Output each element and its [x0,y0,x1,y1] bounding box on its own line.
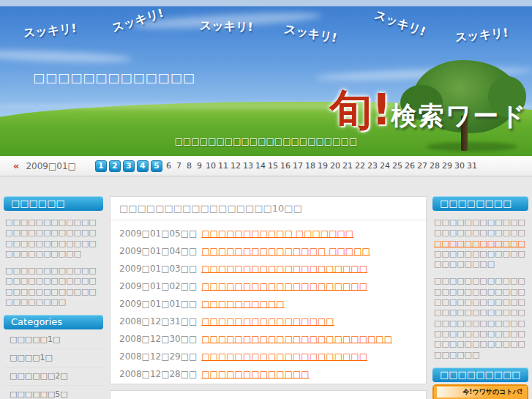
day-link[interactable]: 11 [218,161,228,171]
day-link-list: 1 2 3 4 5 6 7 8 9 10 11 12 13 14 15 [95,160,477,172]
category-item[interactable]: □□□□□□2□ [4,368,103,386]
entry-date-label: 2009□01□05□□ [119,228,197,239]
day-link[interactable]: 21 [342,161,353,171]
day-link[interactable]: 1 [95,160,107,172]
entry-keyword-link[interactable]: □□□□□□□□□□□□□□□□□□□□ [201,351,367,362]
day-link[interactable]: 14 [255,161,266,171]
entry-keyword-link[interactable]: □□□□□□□□□□□□□□□□□□□□ [201,264,367,274]
category-item[interactable]: □□□□□1□ [4,331,103,349]
day-link[interactable]: 18 [305,161,315,171]
day-link[interactable]: 12 [231,161,241,171]
day-link[interactable]: 20 [330,161,340,171]
entry-keyword-link[interactable]: □□□□□□□□□□□□□□□ □□□□□ [201,246,370,256]
logo-shun-text: 旬! [329,82,391,139]
sukkiri-sticker: スッキリ! [110,6,166,36]
day-link[interactable]: 7 [175,161,183,171]
site-logo: 旬! 検索ワード [329,82,528,139]
day-link[interactable]: 10 [206,161,216,171]
right-paragraph-1: □□□□□□□□□□□□□□□□□□□□□□□□□□□□□□□□□□□□□□□□… [434,217,527,269]
ranking-entry-row: 2008□12□31□□ □□□□□□□□□□□□□□□□ [119,316,417,327]
sukkiri-sticker: スッキリ! [372,7,428,40]
ranking-entry-row: 2009□01□05□□ □□□□□□□□□□□ □□□□□□□ [119,228,417,239]
day-link[interactable]: 31 [467,161,477,171]
sukkiri-sticker: スッキリ! [283,22,338,46]
day-link[interactable]: 25 [392,161,402,171]
day-link[interactable]: 4 [137,160,149,172]
entry-date-label: 2009□01□04□□ [119,246,197,256]
ranking-entry-row: 2009□01□02□□ □□□□□□□□□□□□□□□□□□□□ [119,281,417,291]
day-link[interactable]: 17 [293,161,303,171]
current-month-label: 2009□01□ [26,161,75,171]
day-link[interactable]: 6 [165,161,173,171]
day-link[interactable]: 24 [380,161,390,171]
entry-date-label: 2008□12□30□□ [119,334,197,344]
right-paragraph-1-text: □□□□□□□□□□□□□□□□□□□□□□□□ [434,217,525,237]
prev-month-link[interactable]: « [13,160,19,171]
category-item[interactable]: □□□□□□5□ [4,386,103,399]
entry-keyword-link[interactable]: □□□□□□□□□□□□□□□□□□□□ [201,281,367,291]
entry-date-label: 2009□01□01□□ [119,299,197,309]
ranking-entry-row: 2008□12□28□□ □□□□□□□□□□□□□ [119,369,417,379]
ranking-card: □□□□□□□□□□□□□□□□□10□□ 2009□01□05□□ □□□□□… [110,196,427,384]
day-link[interactable]: 5 [151,160,162,172]
day-link[interactable]: 29 [442,161,452,171]
left-sidebar: □□□□□□ □□□□□□□□□□□□□□□□□□□□□□□□□□□□□□□□□… [4,196,103,399]
entry-date-label: 2008□12□29□□ [119,351,197,362]
ranking-entry-row: 2008□12□29□□ □□□□□□□□□□□□□□□□□□□□ [119,351,417,362]
sukkiri-sticker: スッキリ! [200,18,253,36]
entry-keyword-link[interactable]: □□□□□□□□□□□□□ [201,369,309,379]
entry-date-label: 2009□01□03□□ [119,264,197,274]
site-title-text: □□□□□□□□□□□□□ [33,70,195,85]
ranking-entry-row: 2009□01□01□□ □□□□□□□□□□ [119,299,417,309]
day-link[interactable]: 3 [123,160,135,172]
about-paragraph-1: □□□□□□□□□□□□□□□□□□□□□□□□□□□□□□□□□□□□□□□□… [5,217,102,259]
entry-date-label: 2008□12□28□□ [119,369,197,379]
main-column: □□□□□□□□□□□□□□□□□10□□ 2009□01□05□□ □□□□□… [110,196,427,399]
day-link[interactable]: 15 [268,161,278,171]
day-link[interactable]: 22 [355,161,365,171]
categories-section-header: Categories [4,315,103,329]
day-link[interactable]: 2 [109,160,121,172]
right-paragraph-1-text: □□□□□□□□□□□□□□□□□□□□ [434,249,525,269]
hero-banner: スッキリ! スッキリ! スッキリ! スッキリ! スッキリ! スッキリ! □□□□… [0,0,532,156]
day-link[interactable]: 28 [430,161,440,171]
day-link[interactable]: 19 [318,161,328,171]
day-link[interactable]: 26 [405,161,415,171]
entry-keyword-link[interactable]: □□□□□□□□□□□□□□□□□□□□□□□ [201,334,392,344]
day-link[interactable]: 23 [367,161,378,171]
right-section-header-1: □□□□□□□□ [432,196,528,211]
banner-subtitle: □□□□□□□□□□□□□□□□□□□□□□ [0,136,532,146]
ranking-entry-list: 2009□01□05□□ □□□□□□□□□□□ □□□□□□□ 2009□01… [110,220,426,384]
widget-tagline: 今!ウワサのコトバ! [437,387,524,398]
right-paragraph-2: □□□□□□□□□□□□□□□□□□□□□□□□□□□□□□□□□□□□□□□□… [434,276,527,359]
about-section-header: □□□□□□ [4,196,103,211]
category-item[interactable]: □□□□1□ [4,349,103,368]
next-section-card: □□□□□□□□□□□ □□□□□□□ [110,390,427,399]
content-area: □□□□□□ □□□□□□□□□□□□□□□□□□□□□□□□□□□□□□□□□… [0,176,532,399]
entry-keyword-link[interactable]: □□□□□□□□□□ [201,299,284,309]
day-link[interactable]: 16 [280,161,291,171]
day-link[interactable]: 9 [195,161,203,171]
category-list: □□□□□1□ □□□□1□ □□□□□□2□ □□□□□□5□ □□□2□ □… [4,331,103,399]
entry-keyword-link[interactable]: □□□□□□□□□□□□□□□□ [201,316,334,327]
ranking-entry-row: 2009□01□04□□ □□□□□□□□□□□□□□□ □□□□□ [119,246,417,256]
sukkiri-sticker: スッキリ! [23,21,77,41]
right-section-header-2: □□□□□□□□□ [432,368,528,382]
ranking-heading: □□□□□□□□□□□□□□□□□10□□ [110,197,426,220]
widget-banner: 今!ウワサのコトバ! 瞬 ワード @nifty SHUN WORD [434,386,527,399]
cloud-decoration [0,48,132,64]
entry-keyword-link[interactable]: □□□□□□□□□□□ □□□□□□□ [201,228,353,239]
entry-date-label: 2008□12□31□□ [119,316,197,327]
day-link[interactable]: 30 [454,161,465,171]
right-sidebar: □□□□□□□□ □□□□□□□□□□□□□□□□□□□□□□□□□□□□□□□… [432,196,528,399]
day-link[interactable]: 8 [185,161,193,171]
day-link[interactable]: 27 [417,161,427,171]
next-section-heading: □□□□□□□□□□□ □□□□□□□ [110,391,426,399]
right-inline-link[interactable]: □□□□□□□□□□□□ [434,239,525,248]
day-link[interactable]: 13 [243,161,253,171]
date-nav-bar: « 2009□01□ 1 2 3 4 5 6 7 8 9 10 11 12 13 [0,156,532,176]
shun-word-widget[interactable]: 今!ウワサのコトバ! 瞬 ワード @nifty SHUN WORD 順位 前回比… [432,384,528,399]
ranking-entry-row: 2009□01□03□□ □□□□□□□□□□□□□□□□□□□□ [119,264,417,274]
entry-date-label: 2009□01□02□□ [119,281,197,291]
sukkiri-sticker: スッキリ! [454,26,509,45]
